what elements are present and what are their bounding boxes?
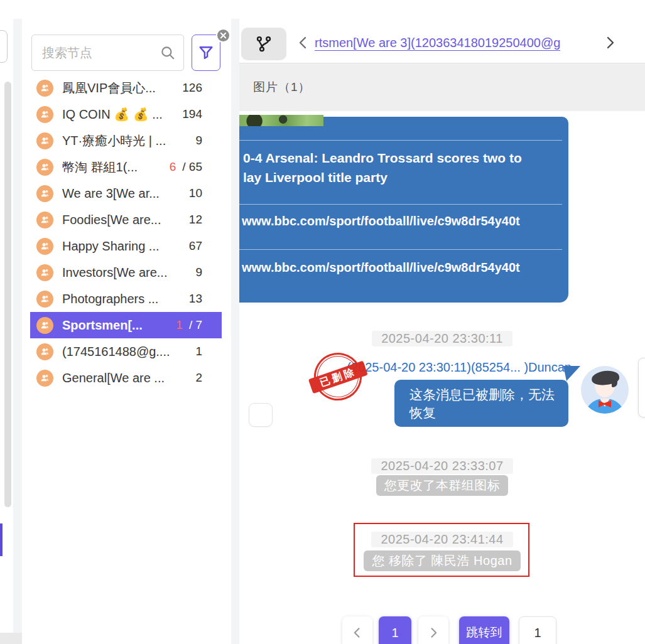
- right-edge-panel-fragment: [638, 358, 645, 417]
- link-preview-bubble: 0-4 Arsenal: Leandro Trossard scores two…: [239, 117, 568, 303]
- group-avatar-icon: [36, 106, 53, 123]
- group-label: Sportsmen[...: [62, 318, 143, 333]
- filter-icon: [197, 43, 215, 62]
- sidebar-item-group[interactable]: We are 3[We ar... 10: [30, 180, 222, 207]
- card-divider: [239, 140, 562, 141]
- card-divider: [239, 204, 562, 205]
- link-card-title-line2: lay Liverpool title party: [243, 168, 557, 187]
- sender-line: (2025-04-20 23:30:11)(85254... )Duncan: [347, 360, 572, 375]
- group-avatar-icon: [36, 370, 53, 387]
- close-icon[interactable]: [216, 28, 230, 43]
- group-count: 126: [182, 81, 202, 95]
- prev-page-button[interactable]: [342, 616, 372, 644]
- timestamp-badge: 2025-04-20 23:30:11: [372, 331, 512, 346]
- left-scrollbar-thumb[interactable]: [4, 82, 11, 507]
- group-label: We are 3[We ar...: [62, 186, 160, 201]
- group-label: Foodies[We are...: [62, 213, 161, 227]
- offscreen-input-fragment: [0, 30, 8, 63]
- group-count: 194: [182, 107, 202, 121]
- images-section-label: 图片（1）: [253, 79, 311, 95]
- group-avatar-icon: [36, 132, 53, 149]
- breadcrumb-forward-icon[interactable]: [602, 35, 617, 50]
- sidebar-item-group-selected[interactable]: Sportsmen[... 1/ 7: [30, 312, 222, 338]
- group-label: Happy Sharing ...: [62, 239, 160, 254]
- group-avatar-icon: [36, 185, 53, 202]
- timestamp-badge: 2025-04-20 23:33:07: [371, 458, 512, 474]
- bubble-tail: [563, 366, 580, 381]
- group-avatar-icon: [36, 238, 53, 255]
- filter-button[interactable]: [192, 35, 220, 71]
- search-box: [31, 35, 184, 71]
- group-avatar-icon: [36, 159, 53, 176]
- sidebar-item-group[interactable]: IQ COIN 💰 💰 ... 194: [30, 101, 222, 127]
- avatar-hair: [612, 377, 617, 387]
- sidebar: 鳳凰VIP會員心... 126 IQ COIN 💰 💰 ... 194 YT·療…: [22, 19, 231, 644]
- group-label: General[We are ...: [62, 371, 165, 385]
- group-label: Investors[We are...: [62, 266, 167, 280]
- group-count: 2: [195, 371, 202, 385]
- message-image-thumbnail[interactable]: [239, 115, 323, 126]
- chat-panel: rtsmen[We are 3](120363418019250400@g 图片…: [239, 19, 645, 644]
- group-count: 10: [189, 186, 202, 200]
- branch-icon: [254, 35, 273, 53]
- group-count: 13: [189, 292, 202, 306]
- group-avatar-icon: [36, 317, 53, 334]
- group-avatar-icon: [36, 343, 53, 360]
- offscreen-selected-indicator: [0, 523, 3, 556]
- group-avatar-icon: [36, 80, 53, 97]
- jump-to-page-button[interactable]: 跳转到: [459, 616, 509, 644]
- group-label: IQ COIN 💰 💰 ...: [62, 107, 163, 122]
- highlight-red-box: [354, 523, 529, 577]
- chevron-right-icon: [427, 626, 440, 639]
- deleted-stamp-label: 已删除: [308, 361, 368, 394]
- system-message-badge: 您更改了本群组图标: [376, 475, 509, 496]
- group-count: 12: [189, 213, 202, 227]
- page-number-button[interactable]: 1: [379, 616, 411, 644]
- images-section-bar[interactable]: 图片（1）: [239, 63, 645, 111]
- sidebar-item-group[interactable]: 鳳凰VIP會員心... 126: [30, 75, 222, 101]
- sidebar-item-group[interactable]: General[We are ... 2: [30, 365, 222, 391]
- message-checkbox[interactable]: [249, 403, 273, 427]
- card-divider: [239, 249, 562, 250]
- bbc-link-2[interactable]: www.bbc.com/sport/football/live/c9w8dr54…: [242, 260, 520, 275]
- group-count: 9: [195, 134, 202, 148]
- breadcrumb-back-icon[interactable]: [296, 35, 311, 50]
- sidebar-item-group[interactable]: (1745161488@g.... 1: [30, 338, 222, 365]
- group-avatar-icon: [36, 291, 53, 308]
- sidebar-item-group[interactable]: Happy Sharing ... 67: [30, 233, 222, 259]
- group-label: Photographers ...: [62, 292, 158, 306]
- timestamp-row: 2025-04-20 23:30:11: [239, 331, 645, 346]
- system-message-row: 您更改了本群组图标: [239, 475, 645, 496]
- unread-count: 1: [176, 318, 183, 331]
- group-avatar-icon: [36, 212, 53, 228]
- bbc-link-1[interactable]: www.bbc.com/sport/football/live/c9w8dr54…: [242, 214, 520, 228]
- group-avatar-icon: [36, 264, 53, 281]
- sidebar-item-group[interactable]: YT·療癒小時光 | ... 9: [30, 127, 222, 154]
- group-label: (1745161488@g....: [62, 345, 170, 359]
- group-count: 1/ 7: [176, 318, 202, 332]
- sidebar-item-group[interactable]: Investors[We are... 9: [30, 259, 222, 286]
- group-count: 9: [195, 266, 202, 279]
- sidebar-item-group[interactable]: 幣淘 群組1(... 6/ 65: [30, 154, 222, 180]
- deleted-notice-bubble: 这条消息已被删除，无法恢复: [394, 380, 568, 427]
- top-bar: [0, 0, 645, 19]
- branch-view-button[interactable]: [241, 28, 286, 60]
- timestamp-row: 2025-04-20 23:33:07: [239, 458, 645, 474]
- next-page-button[interactable]: [418, 616, 448, 644]
- link-card-title-line1: 0-4 Arsenal: Leandro Trossard scores two…: [243, 148, 551, 168]
- chevron-left-icon: [351, 626, 364, 639]
- sidebar-item-group[interactable]: Foodies[We are... 12: [30, 207, 222, 233]
- breadcrumb-group-link[interactable]: rtsmen[We are 3](120363418019250400@g: [315, 36, 560, 51]
- search-icon: [160, 45, 176, 61]
- group-count: 6/ 65: [170, 160, 202, 174]
- group-count: 1: [195, 345, 202, 358]
- group-list: 鳳凰VIP會員心... 126 IQ COIN 💰 💰 ... 194 YT·療…: [22, 75, 231, 391]
- sidebar-item-group[interactable]: Photographers ... 13: [30, 286, 222, 312]
- group-label: 鳳凰VIP會員心...: [62, 80, 156, 97]
- avatar: [581, 366, 629, 414]
- group-label: 幣淘 群組1(...: [62, 159, 138, 176]
- jump-page-input[interactable]: [519, 616, 556, 644]
- unread-count: 6: [170, 160, 176, 173]
- search-input[interactable]: [42, 46, 160, 60]
- deleted-stamp: 已删除: [308, 346, 369, 407]
